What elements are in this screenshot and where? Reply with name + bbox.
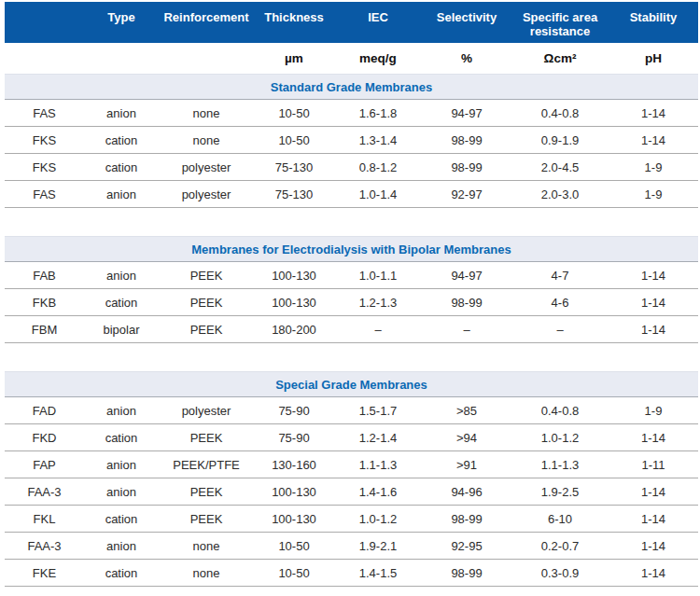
table-cell: PEEK: [159, 316, 254, 343]
section-spacer: [5, 208, 698, 237]
table-row: FBMbipolarPEEK180-200–––1-14: [5, 316, 698, 343]
header-type: Type: [84, 2, 159, 43]
table-cell: 1.1-1.3: [511, 451, 609, 478]
table-cell: 75-90: [254, 397, 334, 424]
table-cell: –: [422, 316, 511, 343]
table-cell: 98-99: [422, 289, 511, 316]
table-cell: 0.4-0.8: [511, 100, 609, 127]
table-row: FADanionpolyester75-901.5-1.7>850.4-0.81…: [5, 397, 698, 424]
table-cell: polyester: [159, 397, 254, 424]
table-cell: anion: [84, 262, 159, 289]
table-cell: anion: [84, 478, 159, 506]
unit-blank: [84, 43, 159, 75]
membrane-spec-sheet: Type Reinforcement Thickness IEC Selecti…: [0, 0, 700, 596]
header-blank: [5, 2, 84, 43]
unit-iec: meq/g: [334, 43, 422, 75]
table-row: FABanionPEEK100-1301.0-1.194-974-71-14: [5, 262, 698, 289]
table-header: Type Reinforcement Thickness IEC Selecti…: [5, 2, 698, 75]
table-cell: 10-50: [254, 533, 334, 560]
table-cell: 0.9-1.9: [511, 127, 609, 154]
header-specific-area-resistance: Specific area resistance: [511, 2, 609, 43]
membrane-name-cell: FKD: [5, 424, 84, 451]
table-row: FASanionnone10-501.6-1.894-970.4-0.81-14: [5, 100, 698, 127]
section-spacer: [5, 343, 698, 372]
table-cell: PEEK: [159, 424, 254, 451]
table-cell: >85: [422, 397, 511, 424]
table-cell: anion: [84, 181, 159, 208]
table-cell: 92-95: [422, 533, 511, 560]
table-cell: none: [159, 533, 254, 560]
table-cell: 100-130: [254, 289, 334, 316]
table-cell: 94-96: [422, 478, 511, 506]
table-body: Standard Grade MembranesFASanionnone10-5…: [5, 75, 698, 587]
header-row: Type Reinforcement Thickness IEC Selecti…: [5, 2, 698, 43]
unit-resistance: Ωcm²: [511, 43, 609, 75]
table-cell: 1.2-1.3: [334, 289, 422, 316]
table-cell: 0.3-0.9: [511, 560, 609, 587]
table-cell: 98-99: [422, 154, 511, 181]
table-cell: anion: [84, 100, 159, 127]
table-cell: 2.0-3.0: [511, 181, 609, 208]
membrane-name-cell: FAP: [5, 451, 84, 478]
table-cell: 130-160: [254, 451, 334, 478]
table-cell: 10-50: [254, 100, 334, 127]
header-reinforcement: Reinforcement: [159, 2, 254, 43]
table-cell: 1.0-1.2: [511, 424, 609, 451]
table-cell: 94-97: [422, 100, 511, 127]
table-cell: PEEK/PTFE: [159, 451, 254, 478]
table-cell: 0.4-0.8: [511, 397, 609, 424]
membrane-name-cell: FAS: [5, 181, 84, 208]
table-cell: 10-50: [254, 560, 334, 587]
table-row: FKScationnone10-501.3-1.498-990.9-1.91-1…: [5, 127, 698, 154]
table-cell: anion: [84, 397, 159, 424]
table-cell: cation: [84, 154, 159, 181]
membrane-name-cell: FKL: [5, 506, 84, 533]
table-cell: 1-14: [609, 478, 698, 506]
table-cell: 75-130: [254, 181, 334, 208]
header-thickness: Thickness: [254, 2, 334, 43]
table-cell: 1-14: [609, 100, 698, 127]
header-stability: Stability: [609, 2, 698, 43]
table-cell: 6-10: [511, 506, 609, 533]
table-row: FKEcationnone10-501.4-1.598-990.3-0.91-1…: [5, 560, 698, 587]
table-cell: 0.2-0.7: [511, 533, 609, 560]
table-cell: 75-90: [254, 424, 334, 451]
table-cell: 100-130: [254, 478, 334, 506]
table-cell: 4-6: [511, 289, 609, 316]
table-cell: –: [511, 316, 609, 343]
membrane-name-cell: FKS: [5, 127, 84, 154]
header-iec: IEC: [334, 2, 422, 43]
table-cell: none: [159, 100, 254, 127]
table-cell: 98-99: [422, 506, 511, 533]
unit-blank: [159, 43, 254, 75]
table-cell: 4-7: [511, 262, 609, 289]
table-cell: 1-14: [609, 289, 698, 316]
table-cell: 1-9: [609, 181, 698, 208]
table-cell: 1.3-1.4: [334, 127, 422, 154]
section-title: Standard Grade Membranes: [5, 75, 698, 100]
table-cell: bipolar: [84, 316, 159, 343]
section-band: Special Grade Membranes: [5, 372, 698, 397]
section-band: Membranes for Electrodialysis with Bipol…: [5, 237, 698, 262]
table-cell: 1.9-2.1: [334, 533, 422, 560]
table-cell: anion: [84, 451, 159, 478]
table-cell: cation: [84, 127, 159, 154]
table-cell: 1.5-1.7: [334, 397, 422, 424]
membrane-name-cell: FAA-3: [5, 533, 84, 560]
table-cell: 1.1-1.3: [334, 451, 422, 478]
table-cell: PEEK: [159, 289, 254, 316]
table-cell: none: [159, 560, 254, 587]
membrane-name-cell: FAS: [5, 100, 84, 127]
table-row: FAA-3anionnone10-501.9-2.192-950.2-0.71-…: [5, 533, 698, 560]
table-cell: 100-130: [254, 506, 334, 533]
table-row: FASanionpolyester75-1301.0-1.492-972.0-3…: [5, 181, 698, 208]
table-cell: 92-97: [422, 181, 511, 208]
table-cell: cation: [84, 560, 159, 587]
table-cell: 1-9: [609, 397, 698, 424]
table-cell: >91: [422, 451, 511, 478]
table-cell: 94-97: [422, 262, 511, 289]
membrane-spec-table: Type Reinforcement Thickness IEC Selecti…: [5, 2, 698, 587]
table-cell: 180-200: [254, 316, 334, 343]
table-row: FKDcationPEEK75-901.2-1.4>941.0-1.21-14: [5, 424, 698, 451]
table-cell: 1-14: [609, 533, 698, 560]
